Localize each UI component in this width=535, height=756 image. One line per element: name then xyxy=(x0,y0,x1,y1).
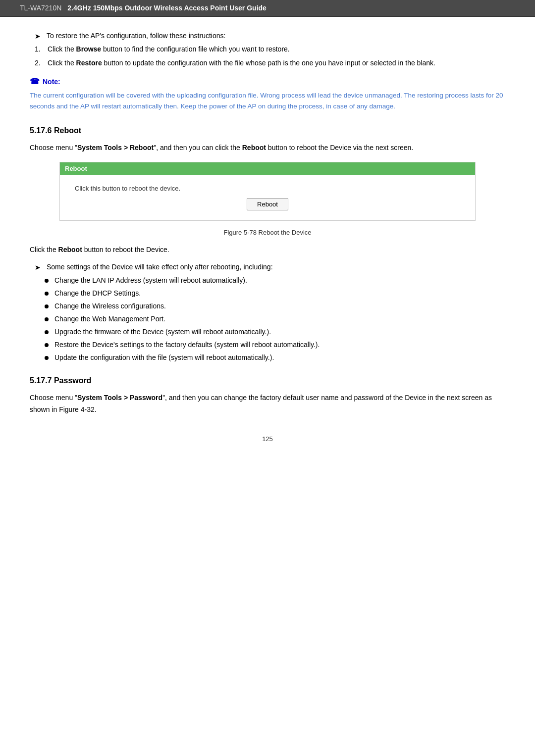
dot-icon-4 xyxy=(45,330,49,334)
reboot-bold-intro: Reboot xyxy=(242,144,266,151)
sub-bullet-item-6: Update the configuration with the file (… xyxy=(45,353,505,361)
section-5176-heading: 5.17.6 Reboot xyxy=(30,126,505,135)
section-5176-intro: Choose menu "System Tools > Reboot", and… xyxy=(30,142,505,154)
reboot-button[interactable]: Reboot xyxy=(247,198,288,210)
sub-bullet-text-3: Change the Web Management Port. xyxy=(54,315,165,323)
menu-system-tools-password: System Tools > Password xyxy=(77,394,162,402)
figure-5-78-caption: Figure 5-78 Reboot the Device xyxy=(30,229,505,236)
sub-bullet-item-2: Change the Wireless configurations. xyxy=(45,302,505,310)
step-1-bold: Browse xyxy=(76,45,102,53)
dot-icon-3 xyxy=(45,317,49,321)
page-content: ➤ To restore the AP's configuration, fol… xyxy=(0,17,535,482)
reboot-click-para: Click the Reboot button to reboot the De… xyxy=(30,244,505,256)
arrow-icon: ➤ xyxy=(35,32,41,40)
header-title: 2.4GHz 150Mbps Outdoor Wireless Access P… xyxy=(67,4,267,12)
note-icon: ☎ xyxy=(30,77,40,86)
page-number: 125 xyxy=(30,435,505,453)
sub-bullet-item-0: Change the LAN IP Address (system will r… xyxy=(45,276,505,284)
sub-bullet-text-1: Change the DHCP Settings. xyxy=(54,289,141,297)
sub-bullet-text-6: Update the configuration with the file (… xyxy=(54,353,274,361)
reboot-box-header: Reboot xyxy=(60,162,475,175)
main-bullet-text: Some settings of the Device will take ef… xyxy=(47,263,273,271)
dot-icon-5 xyxy=(45,343,49,347)
dot-icon-1 xyxy=(45,292,49,296)
note-text: The current configuration will be covere… xyxy=(30,90,505,111)
dot-icon-2 xyxy=(45,304,49,308)
step-1-num: 1. xyxy=(35,45,44,53)
step-2: 2. Click the Restore button to update th… xyxy=(30,59,505,67)
sub-bullet-list: Change the LAN IP Address (system will r… xyxy=(45,276,505,361)
step-1: 1. Click the Browse button to find the c… xyxy=(30,45,505,53)
sub-bullet-item-3: Change the Web Management Port. xyxy=(45,315,505,323)
sub-bullet-text-4: Upgrade the firmware of the Device (syst… xyxy=(54,328,271,336)
step-2-bold: Restore xyxy=(76,59,102,67)
menu-system-tools-reboot: System Tools > Reboot xyxy=(77,144,154,151)
reboot-box: Reboot Click this button to reboot the d… xyxy=(59,162,476,221)
step-2-num: 2. xyxy=(35,59,44,67)
note-label: ☎ Note: xyxy=(30,77,505,86)
sub-bullet-text-5: Restore the Device's settings to the fac… xyxy=(54,341,320,349)
note-label-text: Note: xyxy=(43,78,60,86)
intro-bullet-text: To restore the AP's configuration, follo… xyxy=(47,32,225,40)
page-header: TL-WA7210N 2.4GHz 150Mbps Outdoor Wirele… xyxy=(0,0,535,17)
main-bullet-arrow-icon: ➤ xyxy=(35,263,41,271)
dot-icon-0 xyxy=(45,279,49,283)
intro-bullet: ➤ To restore the AP's configuration, fol… xyxy=(30,32,505,40)
reboot-bold-click: Reboot xyxy=(58,246,82,253)
sub-bullet-text-0: Change the LAN IP Address (system will r… xyxy=(54,276,247,284)
note-section: ☎ Note: The current configuration will b… xyxy=(30,77,505,111)
sub-bullet-text-2: Change the Wireless configurations. xyxy=(54,302,166,310)
section-5177-para: Choose menu "System Tools > Password", a… xyxy=(30,392,505,416)
sub-bullet-item-4: Upgrade the firmware of the Device (syst… xyxy=(45,328,505,336)
reboot-button-wrap: Reboot xyxy=(75,198,460,210)
reboot-box-label: Click this button to reboot the device. xyxy=(75,185,460,192)
sub-bullet-item-1: Change the DHCP Settings. xyxy=(45,289,505,297)
step-2-text: Click the Restore button to update the c… xyxy=(48,59,435,67)
sub-bullet-item-5: Restore the Device's settings to the fac… xyxy=(45,341,505,349)
page: TL-WA7210N 2.4GHz 150Mbps Outdoor Wirele… xyxy=(0,0,535,756)
header-model: TL-WA7210N xyxy=(20,4,61,12)
dot-icon-6 xyxy=(45,356,49,360)
main-bullet: ➤ Some settings of the Device will take … xyxy=(30,263,505,271)
step-1-text: Click the Browse button to find the conf… xyxy=(48,45,290,53)
section-5177-heading: 5.17.7 Password xyxy=(30,376,505,385)
reboot-box-body: Click this button to reboot the device. … xyxy=(60,175,475,220)
